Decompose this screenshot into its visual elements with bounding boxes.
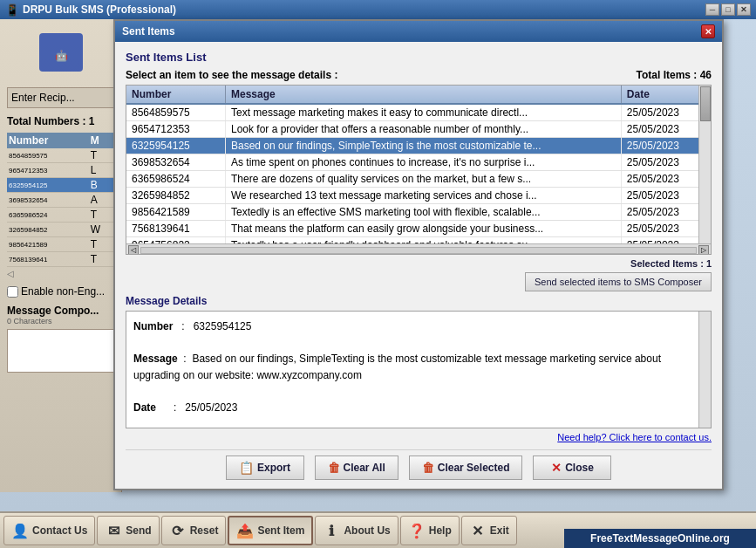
row-date: 25/05/2023 xyxy=(621,171,710,188)
reset-icon: ⟳ xyxy=(169,522,187,539)
details-number-row: Number : 6325954125 xyxy=(133,319,704,335)
details-scrollbar[interactable] xyxy=(698,312,711,428)
table-row[interactable]: 7568139641 That means the platform can e… xyxy=(126,221,711,237)
export-label: Export xyxy=(257,462,290,474)
messages-table: Number Message Date 8564859575 Text mess… xyxy=(126,86,711,243)
contact-us-label: Contact Us xyxy=(32,524,87,537)
msg-composer-textarea[interactable] xyxy=(7,329,114,373)
left-table-row[interactable]: 6325954125B xyxy=(7,178,114,193)
col-message-header: Message xyxy=(225,86,621,104)
dialog-title: Sent Items xyxy=(122,25,175,38)
minimize-button[interactable]: ─ xyxy=(705,3,719,16)
export-button[interactable]: 📋 Export xyxy=(226,456,304,480)
row-number: 3265984852 xyxy=(126,188,225,204)
row-number: 6365986524 xyxy=(126,171,225,188)
close-label: Close xyxy=(565,462,594,474)
left-table-row[interactable]: 6365986524T xyxy=(7,208,114,223)
left-row-msg: L xyxy=(89,163,114,178)
exit-label: Exit xyxy=(490,524,509,537)
hscroll-left[interactable]: ◁ xyxy=(128,245,139,256)
details-date-row: Date : 25/05/2023 xyxy=(133,400,704,416)
table-row[interactable]: 3698532654 As time spent on phones conti… xyxy=(126,154,711,171)
left-row-msg: A xyxy=(89,193,114,208)
table-row[interactable]: 6365986524 There are dozens of quality s… xyxy=(126,171,711,188)
row-date: 25/05/2023 xyxy=(621,237,710,244)
row-number: 9856421589 xyxy=(126,204,225,221)
dialog-body: Sent Items List Select an item to see th… xyxy=(115,42,722,489)
window-controls: ─ □ ✕ xyxy=(705,3,751,16)
left-row-number: 7568139641 xyxy=(7,252,89,267)
taskbar-exit-button[interactable]: ✕Exit xyxy=(461,516,517,545)
maximize-button[interactable]: □ xyxy=(721,3,735,16)
free-text-label: FreeTextMessageOnline.org xyxy=(590,532,730,545)
row-date: 25/05/2023 xyxy=(621,138,710,154)
row-number: 3698532654 xyxy=(126,154,225,171)
about-us-icon: ℹ xyxy=(323,522,340,539)
taskbar: 👤Contact Us✉Send⟳Reset📤Sent ItemℹAbout U… xyxy=(0,511,756,548)
close-icon: ✕ xyxy=(551,461,562,475)
row-message: Textedly has a user-friendly dashboard a… xyxy=(225,237,621,244)
row-date: 25/05/2023 xyxy=(621,104,710,121)
table-horizontal-scrollbar[interactable]: ◁ ▷ xyxy=(126,243,711,255)
close-button[interactable]: ✕ Close xyxy=(533,456,611,480)
row-message: Look for a provider that offers a reason… xyxy=(225,121,621,138)
app-titlebar: 📱 DRPU Bulk SMS (Professional) ─ □ ✕ xyxy=(0,0,756,19)
table-row[interactable]: 3265984852 We researched 13 text message… xyxy=(126,188,711,204)
row-date: 25/05/2023 xyxy=(621,121,710,138)
date-value: 25/05/2023 xyxy=(185,401,237,414)
send-selected-button[interactable]: Send selected items to SMS Composer xyxy=(525,272,712,291)
message-label: Message xyxy=(133,353,178,365)
sent-items-dialog: Sent Items ✕ Sent Items List Select an i… xyxy=(113,19,724,490)
table-row[interactable]: 9654756822 Textedly has a user-friendly … xyxy=(126,237,711,244)
dialog-close-button[interactable]: ✕ xyxy=(701,24,715,38)
enter-recipient-box: Enter Recip... xyxy=(7,87,114,108)
logo-area: 🤖 xyxy=(7,26,114,79)
left-row-msg: B xyxy=(89,178,114,193)
left-scroll[interactable]: ◁ xyxy=(7,269,114,278)
need-help-link[interactable]: Need help? Click here to contact us. xyxy=(126,432,712,442)
window-close-button[interactable]: ✕ xyxy=(737,3,751,16)
hscroll-track[interactable] xyxy=(140,247,697,254)
taskbar-send-button[interactable]: ✉Send xyxy=(97,516,159,545)
reset-label: Reset xyxy=(190,524,219,537)
table-row[interactable]: 6325954125 Based on our findings, Simple… xyxy=(126,138,711,154)
table-vertical-scrollbar[interactable] xyxy=(698,86,711,243)
total-items: Total Items : 46 xyxy=(637,69,712,81)
left-table-row[interactable]: 7568139641T xyxy=(7,252,114,267)
left-table-row[interactable]: 8564859575T xyxy=(7,148,114,163)
taskbar-sent-item-button[interactable]: 📤Sent Item xyxy=(228,516,313,545)
dialog-prompt: Select an item to see the message detail… xyxy=(126,69,337,81)
date-label: Date xyxy=(133,401,156,414)
left-row-number: 3698532654 xyxy=(7,193,89,208)
app-icon: 📱 xyxy=(5,3,19,17)
taskbar-help-button[interactable]: ❓Help xyxy=(400,516,460,545)
hscroll-right[interactable]: ▷ xyxy=(698,245,709,256)
table-row[interactable]: 9856421589 Textedly is an effective SMS … xyxy=(126,204,711,221)
clear-all-button[interactable]: 🗑 Clear All xyxy=(315,456,398,480)
left-table-row[interactable]: 3698532654A xyxy=(7,193,114,208)
taskbar-reset-button[interactable]: ⟳Reset xyxy=(161,516,227,545)
left-col-number: Number xyxy=(7,133,89,148)
table-row[interactable]: 9654712353 Look for a provider that offe… xyxy=(126,121,711,138)
left-row-msg: T xyxy=(89,237,114,252)
row-number: 6325954125 xyxy=(126,138,225,154)
scroll-thumb[interactable] xyxy=(700,86,711,121)
left-table-row[interactable]: 9654712353L xyxy=(7,163,114,178)
left-table-row[interactable]: 9856421589T xyxy=(7,237,114,252)
svg-text:🤖: 🤖 xyxy=(54,49,67,62)
row-date: 25/05/2023 xyxy=(621,221,710,237)
table-row[interactable]: 8564859575 Text message marketing makes … xyxy=(126,104,711,121)
row-number: 9654712353 xyxy=(126,121,225,138)
number-label: Number xyxy=(133,320,173,332)
left-table-row[interactable]: 3265984852W xyxy=(7,223,114,237)
taskbar-about-us-button[interactable]: ℹAbout Us xyxy=(315,516,398,545)
clear-selected-icon: 🗑 xyxy=(422,461,434,475)
enable-non-eng-checkbox[interactable] xyxy=(7,286,18,298)
taskbar-contact-us-button[interactable]: 👤Contact Us xyxy=(3,516,95,545)
number-value: 6325954125 xyxy=(194,320,252,332)
clear-selected-button[interactable]: 🗑 Clear Selected xyxy=(409,456,523,480)
left-row-number: 3265984852 xyxy=(7,223,89,237)
exit-icon: ✕ xyxy=(469,522,487,539)
dialog-subtitle: Select an item to see the message detail… xyxy=(126,69,712,81)
msg-composer-label: Message Compo... xyxy=(7,305,114,317)
